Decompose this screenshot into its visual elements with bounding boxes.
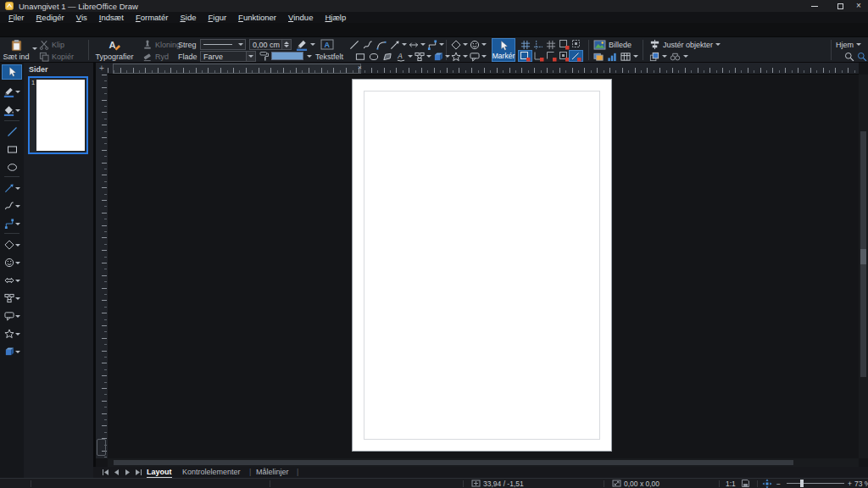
flowchart-dropdown-icon[interactable] bbox=[426, 55, 431, 58]
layer-tab-kontrolelementer[interactable]: Kontrolelementer bbox=[182, 468, 241, 477]
menu-figur[interactable]: Figur bbox=[202, 12, 232, 23]
menu-rediger[interactable]: Redigér bbox=[30, 12, 70, 23]
rectangle-tool-button[interactable] bbox=[355, 51, 365, 62]
menu-vis[interactable]: Vis bbox=[70, 12, 93, 23]
ruler-origin-button[interactable]: + bbox=[96, 63, 108, 75]
align-objects-button[interactable]: Justér objekter bbox=[649, 39, 721, 50]
clone-formatting-button[interactable]: Kloning bbox=[142, 39, 181, 50]
basic-shapes-dropdown-icon[interactable] bbox=[463, 43, 468, 46]
clear-formatting-button[interactable]: Ryd bbox=[142, 51, 169, 62]
vertical-scrollbar-grip[interactable] bbox=[860, 249, 866, 264]
notebookbar-context-button[interactable]: Hjem bbox=[836, 39, 861, 50]
lines-arrows-dropdown-icon[interactable] bbox=[15, 187, 20, 190]
paste-dropdown-icon[interactable] bbox=[32, 47, 37, 50]
arrange-button[interactable] bbox=[649, 51, 667, 62]
sidebar-line-color-tool[interactable] bbox=[2, 84, 22, 99]
connectors-dropdown-icon[interactable] bbox=[439, 43, 444, 46]
insert-table-button[interactable] bbox=[620, 51, 631, 62]
line-tool-button[interactable] bbox=[349, 39, 359, 50]
zoom-percent-cell[interactable]: 73 % bbox=[854, 479, 868, 488]
flowchart-shapes-button[interactable] bbox=[415, 51, 425, 62]
3d-objects-button[interactable] bbox=[433, 51, 443, 62]
insert-chart-button[interactable] bbox=[607, 51, 617, 62]
snap-to-object-border-button[interactable] bbox=[518, 50, 532, 62]
menu-funktioner[interactable]: Funktioner bbox=[232, 12, 282, 23]
display-grid-button[interactable] bbox=[520, 39, 531, 50]
horizontal-scrollbar[interactable] bbox=[108, 458, 859, 467]
lines-arrows-dropdown-icon[interactable] bbox=[402, 43, 407, 46]
polygon-tool-button[interactable] bbox=[382, 51, 392, 62]
menu-side[interactable]: Side bbox=[174, 12, 202, 23]
menu-filer[interactable]: Filer bbox=[3, 12, 30, 23]
insert-image-button[interactable]: Billede bbox=[593, 39, 632, 50]
sidebar-ellipse-tool[interactable] bbox=[2, 159, 22, 175]
star-shapes-button[interactable] bbox=[451, 51, 461, 62]
ellipse-tool-button[interactable] bbox=[369, 51, 379, 62]
fill-style-button[interactable] bbox=[259, 51, 270, 62]
sidebar-rectangle-tool[interactable] bbox=[2, 141, 22, 157]
line-width-spinner[interactable]: 0,00 cm bbox=[249, 39, 292, 50]
area-fill-select[interactable]: Farve bbox=[200, 51, 256, 62]
fill-color-dropdown-icon[interactable] bbox=[307, 55, 312, 58]
textbox-button[interactable]: A bbox=[320, 39, 334, 50]
snap-to-helplines-button[interactable] bbox=[559, 39, 570, 50]
vertical-ruler[interactable] bbox=[96, 75, 108, 458]
menu-formater[interactable]: Formatér bbox=[130, 12, 175, 23]
symbol-shapes-dropdown-icon[interactable] bbox=[15, 262, 20, 264]
connectors-button[interactable] bbox=[427, 39, 437, 50]
sidebar-curves-polygons-tool[interactable] bbox=[2, 198, 22, 214]
fill-color-swatch[interactable] bbox=[271, 52, 303, 60]
sidebar-stars-tool[interactable] bbox=[2, 326, 22, 341]
first-layer-icon[interactable] bbox=[102, 469, 109, 476]
sidebar-3d-objects-tool[interactable] bbox=[2, 344, 22, 359]
sidebar-line-tool[interactable] bbox=[2, 124, 22, 139]
snap-extension-button[interactable] bbox=[569, 50, 583, 62]
line-color-dropdown-icon[interactable] bbox=[15, 91, 20, 93]
insert-table-dropdown-icon[interactable] bbox=[633, 55, 638, 58]
line-color-dropdown-icon[interactable] bbox=[310, 43, 315, 46]
copy-button[interactable]: Kopiér bbox=[39, 51, 74, 62]
horizontal-scrollbar-thumb[interactable] bbox=[114, 460, 793, 465]
find-replace-button[interactable] bbox=[670, 51, 688, 62]
sidebar-symbol-shapes-tool[interactable] bbox=[2, 255, 22, 270]
horizontal-ruler[interactable]: × bbox=[108, 63, 859, 75]
sidebar-select-tool[interactable] bbox=[2, 64, 22, 80]
previous-layer-icon[interactable] bbox=[113, 469, 120, 476]
callout-shapes-dropdown-icon[interactable] bbox=[481, 55, 487, 58]
basic-shapes-dropdown-icon[interactable] bbox=[15, 244, 20, 247]
callouts-dropdown-icon[interactable] bbox=[15, 315, 20, 318]
maximize-button[interactable] bbox=[831, 0, 849, 12]
basic-shapes-button[interactable] bbox=[451, 39, 461, 50]
flowchart-dropdown-icon[interactable] bbox=[15, 297, 20, 300]
zoom-slider-track[interactable] bbox=[787, 483, 844, 484]
zoom-ratio-cell[interactable]: 1:1 bbox=[726, 479, 736, 488]
snap-to-object-points-button[interactable] bbox=[533, 51, 544, 62]
paste-button[interactable]: Sæt ind bbox=[2, 38, 31, 62]
cut-button[interactable]: Klip bbox=[39, 39, 64, 50]
line-style-select[interactable] bbox=[200, 39, 246, 50]
snap-to-grid-button[interactable] bbox=[546, 39, 556, 50]
close-button[interactable]: × bbox=[849, 0, 868, 12]
fontwork-button[interactable]: A bbox=[396, 51, 406, 62]
document-page[interactable] bbox=[352, 79, 612, 452]
zoom-out-button[interactable]: − bbox=[776, 479, 781, 488]
block-arrows-dropdown-icon[interactable] bbox=[15, 280, 20, 282]
sidebar-lines-arrows-tool[interactable] bbox=[2, 180, 22, 196]
spinner-buttons[interactable] bbox=[281, 40, 291, 49]
sidebar-flowchart-tool[interactable] bbox=[2, 291, 22, 306]
freeform-tool-button[interactable] bbox=[363, 39, 373, 50]
sidebar-connectors-tool[interactable] bbox=[2, 216, 22, 231]
measure-arrows-button[interactable] bbox=[409, 39, 419, 50]
zoom-in-button[interactable]: + bbox=[848, 479, 852, 488]
callout-shapes-button[interactable] bbox=[470, 51, 480, 62]
drawing-canvas[interactable] bbox=[108, 75, 859, 458]
menu-indsaet[interactable]: Indsæt bbox=[93, 12, 130, 23]
snap-to-page-margins-button[interactable] bbox=[571, 39, 582, 50]
star-shapes-dropdown-icon[interactable] bbox=[463, 55, 468, 58]
fit-page-button[interactable] bbox=[762, 479, 772, 488]
sidebar-block-arrows-tool[interactable] bbox=[2, 273, 22, 288]
symbol-shapes-dropdown-icon[interactable] bbox=[481, 43, 487, 46]
snap-to-snap-guides-button[interactable] bbox=[546, 51, 557, 62]
area-fill-dropdown-button[interactable] bbox=[246, 52, 255, 61]
next-layer-icon[interactable] bbox=[124, 469, 131, 476]
